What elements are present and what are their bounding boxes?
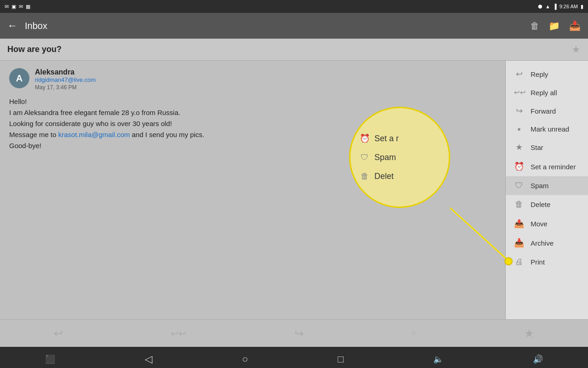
signal-icon: ▐: [553, 4, 557, 9]
mark-unread-bottom-icon[interactable]: ○: [411, 328, 416, 338]
menu-item-set-reminder[interactable]: ⏰ Set a reminder: [506, 157, 588, 176]
bluetooth-icon: ⬢: [538, 4, 543, 10]
gallery-nav-icon[interactable]: ⬛: [45, 354, 55, 364]
home-nav-button[interactable]: ○: [242, 353, 248, 365]
zoom-delete-label: Delet: [374, 172, 394, 181]
email-area: A Aleksandra ridgidman47@live.com May 17…: [0, 61, 588, 319]
status-right-icons: ⬢ ▲ ▐ 9:26 AM ▮: [538, 4, 583, 10]
sender-date: May 17, 3:46 PM: [35, 84, 96, 91]
sim-icon: ▣: [11, 4, 16, 10]
email-link[interactable]: krasot.mila@gmail.com: [58, 131, 130, 138]
email-subject: How are you?: [7, 45, 62, 54]
reply-all-icon: ↩↩: [514, 88, 524, 97]
zoom-item-delete: 🗑 Delet: [351, 167, 449, 186]
spam-label: Spam: [531, 182, 548, 190]
nav-bar: ⬛ ◁ ○ □ 🔈 🔊: [0, 347, 588, 368]
menu-item-spam[interactable]: 🛡 Spam: [506, 176, 588, 195]
archive-label: Archive: [531, 239, 554, 247]
status-left-icons: ✉ ▣ ✉ ▦: [5, 4, 30, 10]
menu-item-mark-unread[interactable]: ● Mark unread: [506, 121, 588, 138]
menu-item-forward[interactable]: ↪ Forward: [506, 101, 588, 121]
menu-item-move[interactable]: 📤 Move: [506, 214, 588, 233]
bottom-toolbar: ↩ ↩↩ ↪ ○ ★: [0, 319, 588, 347]
menu-item-reply[interactable]: ↩ Reply: [506, 64, 588, 84]
spam-icon: 🛡: [514, 181, 524, 190]
mail-icon: ✉: [19, 4, 23, 10]
zoom-overlay: ⏰ Set a r 🛡 Spam 🗑 Delet: [349, 107, 450, 208]
star-button[interactable]: ★: [571, 44, 581, 56]
back-nav-button[interactable]: ◁: [145, 353, 153, 365]
mark-unread-label: Mark unread: [531, 125, 569, 133]
envelope-icon: ✉: [5, 4, 9, 10]
top-bar: ← Inbox 🗑 📁 📥: [0, 13, 588, 39]
zoom-reminder-label: Set a r: [374, 134, 399, 144]
folder-icon[interactable]: 📁: [548, 20, 560, 31]
menu-item-reply-all[interactable]: ↩↩ Reply all: [506, 84, 588, 101]
avatar: A: [9, 68, 29, 88]
star-bottom-icon[interactable]: ★: [524, 327, 534, 340]
context-menu: ↩ Reply ↩↩ Reply all ↪ Forward ● Mark un…: [505, 61, 588, 319]
status-bar: ✉ ▣ ✉ ▦ ⬢ ▲ ▐ 9:26 AM ▮: [0, 0, 588, 13]
reply-all-label: Reply all: [531, 89, 557, 97]
menu-item-print[interactable]: 🖨 Print: [506, 253, 588, 271]
reminder-label: Set a reminder: [531, 163, 576, 171]
inbox-title: Inbox: [25, 21, 47, 31]
mark-unread-icon: ●: [514, 126, 524, 132]
sender-name: Aleksandra: [35, 68, 96, 76]
reminder-icon: ⏰: [514, 161, 524, 172]
reply-icon: ↩: [514, 69, 524, 79]
subject-bar: How are you? ★: [0, 39, 588, 61]
delete-zoom-icon: 🗑: [360, 172, 370, 181]
menu-item-archive[interactable]: 📥 Archive: [506, 233, 588, 253]
zoom-item-spam: 🛡 Spam: [351, 148, 449, 167]
zoom-item-reminder: ⏰ Set a r: [351, 129, 449, 148]
move-label: Move: [531, 220, 548, 228]
forward-label: Forward: [531, 107, 556, 115]
reply-label: Reply: [531, 70, 548, 78]
menu-item-star[interactable]: ★ Star: [506, 138, 588, 157]
delete-icon[interactable]: 🗑: [530, 21, 539, 31]
move-icon: 📤: [514, 218, 524, 229]
volume-up-icon[interactable]: 🔊: [533, 354, 543, 364]
back-button[interactable]: ←: [7, 20, 17, 32]
reply-bottom-icon[interactable]: ↩: [54, 327, 63, 340]
time-display: 9:26 AM: [560, 4, 578, 9]
menu-item-delete[interactable]: 🗑 Delete: [506, 195, 588, 214]
yellow-dot-indicator: [504, 257, 513, 265]
delete-label: Delete: [531, 201, 550, 208]
recent-nav-button[interactable]: □: [338, 353, 344, 365]
reply-all-bottom-icon[interactable]: ↩↩: [171, 328, 187, 339]
star-label: Star: [531, 144, 543, 151]
forward-icon: ↪: [514, 106, 524, 116]
print-label: Print: [531, 258, 545, 266]
reminder-zoom-icon: ⏰: [360, 133, 370, 144]
battery-icon: ▮: [581, 4, 583, 10]
archive-menu-icon: 📥: [514, 238, 524, 248]
forward-bottom-icon[interactable]: ↪: [294, 327, 304, 340]
wifi-icon: ▲: [545, 4, 550, 9]
spam-zoom-icon: 🛡: [360, 153, 370, 162]
volume-down-icon[interactable]: 🔈: [433, 354, 443, 364]
zoom-spam-label: Spam: [374, 153, 396, 162]
print-icon: 🖨: [514, 257, 524, 267]
star-menu-icon: ★: [514, 142, 524, 152]
calendar-icon: ▦: [26, 4, 30, 10]
archive-icon[interactable]: 📥: [569, 20, 581, 31]
delete-menu-icon: 🗑: [514, 200, 524, 209]
sender-email[interactable]: ridgidman47@live.com: [35, 76, 96, 83]
